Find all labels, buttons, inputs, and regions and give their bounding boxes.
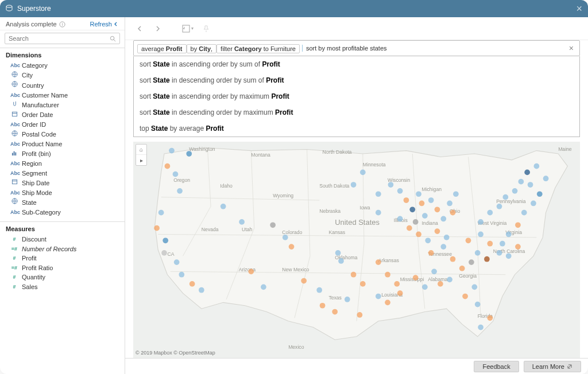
map-point[interactable]	[528, 182, 533, 188]
map-point[interactable]	[385, 272, 390, 278]
map-point[interactable]	[462, 294, 468, 299]
dimension-item[interactable]: City	[6, 71, 119, 81]
back-button[interactable]	[133, 22, 146, 35]
dimension-item[interactable]: AbcRegion	[6, 159, 119, 169]
map-point[interactable]	[515, 222, 521, 228]
viz-type-button[interactable]: ▾	[181, 22, 194, 35]
map-point[interactable]	[475, 302, 481, 307]
map-point[interactable]	[189, 281, 195, 287]
dimension-item[interactable]: Order Date	[6, 110, 119, 120]
map-point[interactable]	[487, 241, 493, 247]
map-point[interactable]	[376, 210, 381, 216]
measure-item[interactable]: #Profit	[6, 254, 119, 263]
map-point[interactable]	[497, 250, 502, 256]
map-point[interactable]	[428, 197, 434, 203]
measure-item[interactable]: =#Number of Records	[6, 244, 119, 254]
map-point[interactable]	[338, 258, 344, 264]
learn-more-button[interactable]: Learn More	[524, 361, 581, 372]
map-point[interactable]	[186, 151, 192, 157]
home-icon[interactable]: ⌂	[136, 145, 146, 155]
query-pill[interactable]: average Profit	[137, 44, 187, 53]
feedback-button[interactable]: Feedback	[474, 361, 519, 372]
map-point[interactable]	[435, 207, 440, 212]
map-point[interactable]	[487, 315, 493, 321]
map-point[interactable]	[163, 237, 168, 243]
map-point[interactable]	[351, 272, 357, 278]
query-pill[interactable]: by City,	[187, 44, 217, 53]
suggestion-item[interactable]: sort State in ascending order by maximum…	[134, 88, 579, 104]
map-point[interactable]	[261, 284, 266, 290]
map-point[interactable]	[397, 216, 403, 222]
map-point[interactable]	[388, 182, 394, 188]
map-point[interactable]	[512, 188, 518, 194]
map-point[interactable]	[289, 244, 295, 250]
map-point[interactable]	[506, 232, 512, 237]
map-point[interactable]	[422, 284, 428, 290]
map-point[interactable]	[360, 170, 366, 176]
map-point[interactable]	[502, 194, 508, 200]
map-point[interactable]	[165, 163, 171, 169]
map-point[interactable]	[270, 222, 276, 228]
map-point[interactable]	[469, 259, 474, 265]
map-point[interactable]	[283, 235, 288, 240]
dimension-item[interactable]: AbcOrder ID	[6, 120, 119, 130]
map-point[interactable]	[376, 259, 381, 265]
map-point[interactable]	[154, 225, 160, 231]
map-point[interactable]	[409, 207, 415, 212]
map-point[interactable]	[521, 210, 527, 216]
map-point[interactable]	[459, 266, 465, 271]
search-input[interactable]	[5, 33, 120, 44]
dimension-item[interactable]: AbcCustomer Name	[6, 91, 119, 100]
map-point[interactable]	[413, 275, 419, 280]
map-point[interactable]	[416, 191, 421, 197]
query-input[interactable]	[302, 45, 564, 52]
map-point[interactable]	[248, 268, 254, 274]
dimension-item[interactable]: Country	[6, 80, 119, 91]
suggestion-item[interactable]: sort State in descending order by sum of…	[134, 72, 579, 88]
map-point[interactable]	[385, 299, 390, 305]
dimension-item[interactable]: Postal Code	[6, 130, 119, 140]
map-point[interactable]	[351, 182, 357, 188]
map-point[interactable]	[158, 210, 164, 216]
map-point[interactable]	[447, 277, 452, 283]
map-point[interactable]	[179, 272, 184, 278]
clear-icon[interactable]: ×	[567, 44, 576, 53]
map-point[interactable]	[416, 232, 421, 237]
map-point[interactable]	[169, 148, 175, 154]
map-point[interactable]	[471, 284, 477, 290]
map-point[interactable]	[453, 191, 459, 197]
suggestion-item[interactable]: sort State in ascending order by sum of …	[134, 56, 579, 72]
map-point[interactable]	[404, 197, 409, 203]
map-point[interactable]	[440, 216, 446, 222]
dimension-item[interactable]: AbcProduct Name	[6, 139, 119, 149]
refresh-link[interactable]: Refresh	[90, 21, 119, 28]
map-point[interactable]	[478, 219, 483, 225]
map-point[interactable]	[320, 303, 326, 309]
map-point[interactable]	[407, 225, 412, 231]
dimension-item[interactable]: Ship Date	[6, 178, 119, 188]
dimension-item[interactable]: State	[6, 197, 119, 208]
query-pill[interactable]: filter Category to Furniture	[216, 44, 300, 53]
dimension-item[interactable]: Profit (bin)	[6, 149, 119, 159]
map-point[interactable]	[335, 250, 341, 256]
map-point[interactable]	[397, 188, 403, 194]
map-point[interactable]	[332, 309, 338, 315]
measure-item[interactable]: #Quantity	[6, 272, 119, 282]
map-point[interactable]	[301, 278, 307, 284]
map-point[interactable]	[345, 297, 350, 302]
query-bar[interactable]: average Profitby City,filter Category to…	[133, 40, 580, 56]
map-point[interactable]	[524, 170, 530, 176]
map-point[interactable]	[419, 201, 425, 207]
forward-button[interactable]	[152, 22, 164, 35]
map-point[interactable]	[506, 253, 512, 259]
map-point[interactable]	[444, 235, 450, 240]
map-point[interactable]	[360, 281, 366, 287]
map-point[interactable]	[413, 219, 419, 225]
close-icon[interactable]: ×	[576, 3, 582, 15]
map-point[interactable]	[484, 256, 490, 262]
map-point[interactable]	[376, 294, 381, 299]
map-point[interactable]	[173, 172, 179, 177]
map-point[interactable]	[475, 250, 481, 256]
map-point[interactable]	[425, 237, 431, 243]
suggestion-item[interactable]: top State by average Profit	[134, 120, 579, 137]
